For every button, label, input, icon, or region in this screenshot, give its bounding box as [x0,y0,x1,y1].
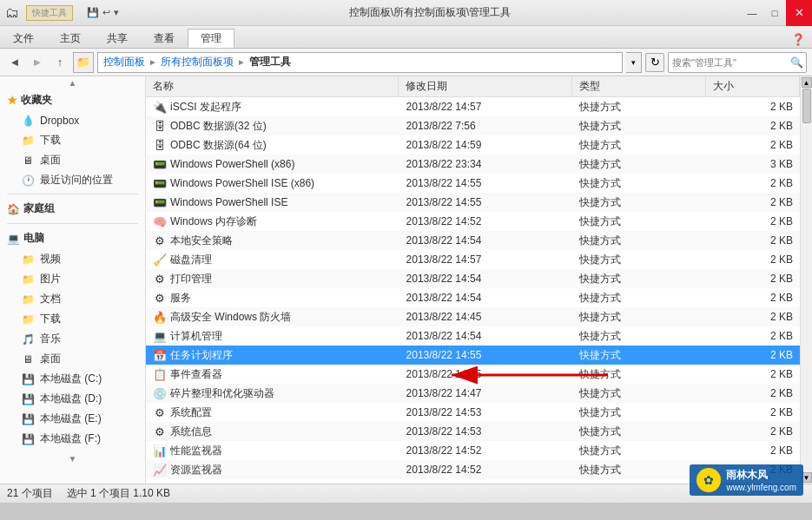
sidebar-item-downloads[interactable]: 📁 下载 [0,130,145,150]
breadcrumb-controlpanel[interactable]: 控制面板 [103,55,145,69]
sidebar-item-music[interactable]: 🎵 音乐 [0,329,145,349]
star-icon: ★ [7,94,17,107]
sidebar-item-disk-e[interactable]: 💾 本地磁盘 (E:) [0,409,145,429]
video-icon: 📁 [21,253,35,267]
sidebar-item-video[interactable]: 📁 视频 [0,249,145,269]
table-row[interactable]: 📟 Windows PowerShell ISE 2013/8/22 14:55… [146,193,800,212]
sidebar-item-disk-c[interactable]: 💾 本地磁盘 (C:) [0,369,145,389]
file-name: ⚙ 打印管理 [146,272,399,286]
file-size: 2 KB [706,215,800,227]
scrollbar[interactable]: ▲ ▼ [800,76,812,484]
table-row[interactable]: ⚙ 系统信息 2013/8/22 14:53 快捷方式 2 KB [146,422,800,441]
tab-home[interactable]: 主页 [47,29,94,48]
file-date: 2013/8/22 14:54 [399,292,573,304]
table-row[interactable]: 📟 Windows PowerShell (x86) 2013/8/22 23:… [146,155,800,174]
table-row[interactable]: 🧠 Windows 内存诊断 2013/8/22 14:52 快捷方式 2 KB [146,212,800,231]
table-row[interactable]: 🗄 ODBC 数据源(32 位) 2013/8/22 7:56 快捷方式 2 K… [146,116,800,135]
col-header-type[interactable]: 类型 [572,76,706,96]
file-name: 📅 任务计划程序 [146,348,399,363]
video-label: 视频 [40,252,61,267]
file-date: 2013/8/22 14:55 [399,177,573,189]
file-type: 快捷方式 [572,291,706,306]
disk-c-label: 本地磁盘 (C:) [40,372,102,386]
tab-file[interactable]: 文件 [0,29,47,48]
col-header-name[interactable]: 名称 [146,76,399,96]
up-button[interactable]: ↑ [50,53,69,72]
quick-save-icon[interactable]: 💾 [87,7,99,18]
scroll-thumb[interactable] [802,89,811,123]
sidebar-header-favorites[interactable]: ★ 收藏夹 [0,89,145,111]
file-name: ⚙ 本地安全策略 [146,234,399,248]
sidebar-item-downloads2[interactable]: 📁 下载 [0,309,145,329]
file-type: 快捷方式 [572,234,706,248]
sidebar-item-documents[interactable]: 📁 文档 [0,289,145,309]
file-icon: 📟 [153,157,167,171]
file-icon: 📈 [153,463,167,477]
help-button[interactable]: ❓ [788,31,809,48]
sidebar-collapse-bottom[interactable]: ▼ [69,454,77,464]
tab-view[interactable]: 查看 [141,29,188,48]
file-date: 2013/8/22 14:57 [399,483,573,484]
table-row[interactable]: 💻 计算机管理 2013/8/22 14:54 快捷方式 2 KB [146,326,800,346]
refresh-button[interactable]: ↻ [645,53,664,72]
file-date: 2013/8/22 14:52 [399,215,573,227]
table-row[interactable]: ⚙ 本地安全策略 2013/8/22 14:54 快捷方式 2 KB [146,231,800,250]
address-dropdown[interactable]: ▾ [626,52,642,73]
file-size: 3 KB [706,158,800,170]
sidebar-section-favorites: ★ 收藏夹 💧 Dropbox 📁 下载 🖥 桌面 🕐 最近访问的位置 [0,89,145,190]
file-area: 名称 修改日期 类型 大小 🔌 iSCSI 发起程序 2013/8/22 14:… [146,76,800,484]
file-size: 2 KB [706,196,800,208]
close-button[interactable]: ✕ [786,0,812,26]
table-row[interactable]: 📋 事件查看器 2013/8/22 14:55 快捷方式 2 KB [146,365,800,384]
search-input[interactable] [669,57,787,68]
title-bar-controls: — □ ✕ [741,0,812,26]
sidebar-item-disk-f[interactable]: 💾 本地磁盘 (F:) [0,429,145,449]
file-name-text: 资源监视器 [170,463,222,477]
sidebar-item-pictures[interactable]: 📁 图片 [0,269,145,289]
quick-undo-icon[interactable]: ↩ [102,7,110,18]
back-button[interactable]: ◄ [5,53,24,72]
sidebar-collapse-top[interactable]: ▲ [69,78,77,88]
status-selected: 选中 1 个项目 1.10 KB [67,486,170,501]
desktop-label: 桌面 [40,153,61,168]
breadcrumb-admintools: 管理工具 [249,55,291,69]
sidebar-header-homegroup[interactable]: 🏠 家庭组 [0,198,145,220]
table-row[interactable]: ⚙ 服务 2013/8/22 14:54 快捷方式 2 KB [146,288,800,307]
maximize-button[interactable]: □ [763,4,786,22]
minimize-button[interactable]: — [741,4,763,22]
table-row[interactable]: 📟 Windows PowerShell ISE (x86) 2013/8/22… [146,174,800,193]
file-name: ⚙ 系统信息 [146,425,399,439]
table-row[interactable]: 🔌 iSCSI 发起程序 2013/8/22 14:57 快捷方式 2 KB [146,97,800,116]
table-row[interactable]: 💿 碎片整理和优化驱动器 2013/8/22 14:47 快捷方式 2 KB [146,384,800,403]
tab-manage[interactable]: 管理 [188,29,234,48]
sidebar-item-dropbox[interactable]: 💧 Dropbox [0,111,145,130]
table-row[interactable]: ⚙ 系统配置 2013/8/22 14:53 快捷方式 2 KB [146,403,800,422]
sidebar-item-recent[interactable]: 🕐 最近访问的位置 [0,170,145,190]
file-icon: 📟 [153,176,167,190]
table-row[interactable]: ⚙ 打印管理 2013/8/22 14:54 快捷方式 2 KB [146,269,800,288]
col-header-size[interactable]: 大小 [706,76,800,96]
app-icon: 🗂 [5,5,19,21]
file-name: 📈 资源监视器 [146,463,399,477]
table-row[interactable]: 🔥 高级安全 Windows 防火墙 2013/8/22 14:45 快捷方式 … [146,307,800,326]
sidebar-header-computer[interactable]: 💻 电脑 [0,227,145,249]
sidebar-item-desktop[interactable]: 🖥 桌面 [0,150,145,170]
forward-button[interactable]: ► [28,53,47,72]
file-date: 2013/8/22 14:52 [399,464,573,476]
quick-tool-tab[interactable]: 快捷工具 [26,5,73,21]
search-icon[interactable]: 🔍 [787,53,806,72]
sidebar-item-desktop2[interactable]: 🖥 桌面 [0,349,145,369]
col-header-date[interactable]: 修改日期 [399,76,572,96]
table-row[interactable]: 📊 性能监视器 2013/8/22 14:52 快捷方式 2 KB [146,441,800,460]
breadcrumb-sep-1: ► [149,57,157,67]
scroll-up-btn[interactable]: ▲ [802,77,812,88]
file-name: 🔥 高级安全 Windows 防火墙 [146,310,399,325]
file-type: 快捷方式 [572,463,706,477]
table-row[interactable]: 🗄 ODBC 数据源(64 位) 2013/8/22 14:59 快捷方式 2 … [146,135,800,155]
breadcrumb-allitems[interactable]: 所有控制面板项 [161,55,234,69]
sidebar-item-disk-d[interactable]: 💾 本地磁盘 (D:) [0,389,145,409]
table-row[interactable]: 🧹 磁盘清理 2013/8/22 14:57 快捷方式 2 KB [146,250,800,269]
search-box: 🔍 [668,52,807,73]
tab-share[interactable]: 共享 [94,29,141,48]
table-row[interactable]: 📅 任务计划程序 2013/8/22 14:55 快捷方式 2 KB [146,346,800,365]
